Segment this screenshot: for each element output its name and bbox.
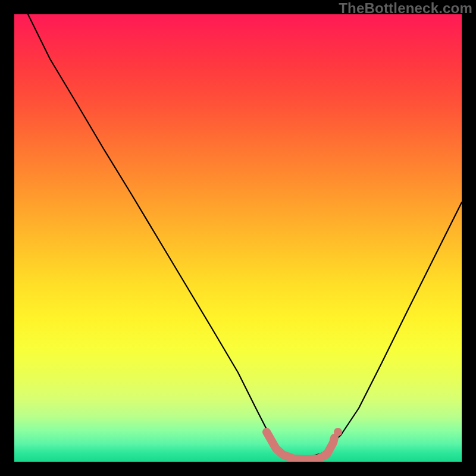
chart-frame: TheBottleneck.com bbox=[0, 0, 476, 476]
highlight-end-dot bbox=[334, 428, 342, 436]
watermark-text: TheBottleneck.com bbox=[339, 0, 472, 17]
highlight-band-line bbox=[267, 432, 334, 459]
plot-area bbox=[14, 14, 462, 462]
curve-layer bbox=[14, 14, 462, 462]
bottleneck-curve-line bbox=[28, 14, 462, 457]
